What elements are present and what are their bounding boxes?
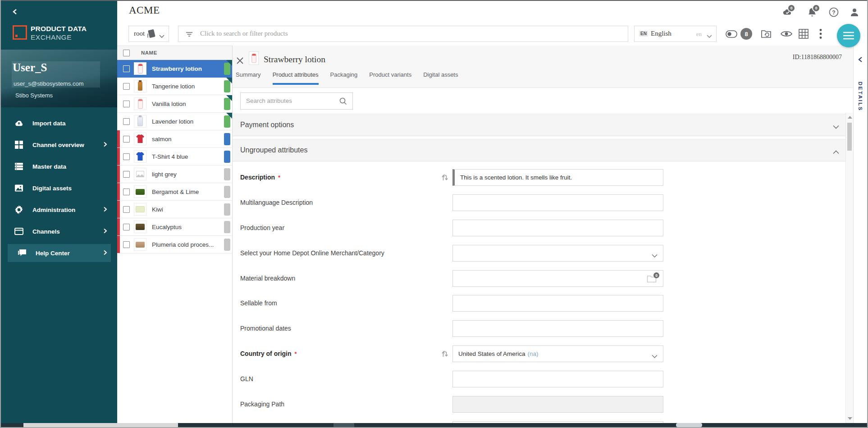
tab-product-variants[interactable]: Product variants [369, 71, 411, 83]
form-scrollbar[interactable] [845, 113, 853, 423]
product-row[interactable]: T-Shirt 4 blue [117, 148, 232, 166]
product-row[interactable]: Plumeria cold proces... [117, 236, 232, 253]
section-label: Ungrouped attributes [240, 146, 307, 154]
sidebar-item-administration[interactable]: Administration [1, 199, 117, 221]
product-search-input[interactable]: Click to search or filter products [178, 26, 628, 42]
attribute-search-input[interactable]: Search attributes [240, 92, 353, 110]
scrollbar-thumb[interactable] [23, 423, 178, 427]
folder-sync-icon[interactable] [761, 28, 772, 41]
attribute-label: Country of origin* [240, 350, 297, 357]
details-side-panel[interactable]: DETAILS [853, 46, 867, 423]
attribute-input[interactable] [452, 194, 663, 211]
detail-tabs: SummaryProduct attributesPackagingProduc… [236, 71, 458, 88]
attribute-select[interactable]: United States of America(na) [452, 345, 663, 362]
chevron-up-icon [833, 148, 839, 156]
product-thumbnail [134, 185, 146, 198]
sync-attribute-icon[interactable] [441, 174, 449, 182]
attribute-search-placeholder: Search attributes [246, 97, 292, 104]
scroll-down-arrow[interactable] [848, 417, 852, 420]
product-row[interactable]: light grey [117, 166, 232, 183]
brand-name-line1: PRODUCT DATA [31, 25, 87, 33]
attribute-label: GLN [240, 375, 253, 382]
attribute-input[interactable] [452, 320, 663, 337]
scrollbar-thumb[interactable] [847, 123, 852, 151]
product-row[interactable]: salmon [117, 130, 232, 148]
tab-summary[interactable]: Summary [236, 71, 261, 83]
attribute-input[interactable] [452, 396, 663, 413]
close-detail-icon[interactable] [236, 57, 244, 64]
toggle-view-icon[interactable] [726, 30, 737, 40]
row-checkbox[interactable] [123, 241, 130, 248]
tab-product-attributes[interactable]: Product attributes [273, 71, 319, 85]
product-thumbnail [134, 97, 146, 110]
product-id: ID:1181868800007 [793, 54, 842, 61]
sidebar-item-channel-overview[interactable]: Channel overview [1, 134, 117, 156]
sync-status-icon[interactable]: 0 [782, 7, 793, 19]
tab-packaging[interactable]: Packaging [330, 71, 358, 83]
preview-eye-icon[interactable] [781, 30, 792, 40]
product-name: Strawberry lotion [152, 65, 202, 72]
row-checkbox[interactable] [123, 153, 130, 160]
attribute-value: United States of America(na) [458, 350, 539, 357]
product-row[interactable]: Kiwi [117, 201, 232, 218]
attribute-input[interactable]: This is a scented lotion. It smells like… [452, 169, 663, 186]
attribute-input[interactable] [452, 295, 663, 312]
expand-details-icon[interactable] [858, 56, 863, 64]
product-thumbnail [134, 150, 146, 163]
attribute-select[interactable] [452, 245, 663, 262]
section-payment-options[interactable]: Payment options [233, 114, 845, 136]
product-row[interactable]: Eucalyptus [117, 218, 232, 236]
attribute-input[interactable] [452, 371, 663, 387]
main-menu-button[interactable] [837, 24, 860, 47]
sidebar-item-label: Administration [32, 207, 75, 213]
row-checkbox[interactable] [123, 171, 130, 178]
corner-marker [226, 113, 232, 119]
sidebar-item-help-center[interactable]: Help Center [1, 242, 117, 264]
help-icon[interactable]: ? [828, 7, 839, 19]
sidebar-item-label: Channels [32, 228, 60, 235]
tab-digital-assets[interactable]: Digital assets [423, 71, 458, 83]
sidebar-collapse-icon[interactable] [12, 8, 18, 17]
user-profile-icon[interactable] [849, 7, 860, 19]
section-ungrouped-attributes[interactable]: Ungrouped attributes [233, 139, 845, 161]
sidebar-item-import-data[interactable]: Import data [1, 112, 117, 134]
row-checkbox[interactable] [123, 65, 130, 72]
sidebar-item-channels[interactable]: Channels [1, 221, 117, 242]
row-checkbox[interactable] [123, 189, 130, 195]
status-chip-grey [224, 168, 230, 180]
flag-indicator [117, 148, 120, 165]
status-chip-blue [224, 151, 230, 163]
product-row[interactable]: Bergamot & Lime [117, 183, 232, 201]
row-checkbox[interactable] [123, 118, 130, 125]
attribute-label: Select your Home Depot Online Merchant/C… [240, 249, 384, 257]
row-checkbox[interactable] [123, 224, 130, 230]
notifications-badge: 0 [812, 4, 820, 12]
sidebar-item-master-data[interactable]: Master data [1, 156, 117, 177]
row-checkbox[interactable] [123, 136, 130, 143]
attribute-label: Multilanguage Description [240, 199, 313, 206]
sync-attribute-icon[interactable] [441, 350, 449, 358]
product-row[interactable]: Vanilla lotion [117, 95, 232, 113]
selected-count-badge[interactable]: 8 [740, 28, 752, 40]
sidebar-item-digital-assets[interactable]: Digital assets [1, 177, 117, 199]
hierarchy-selector[interactable]: root [128, 26, 169, 42]
product-row[interactable]: Strawberry lotion [117, 60, 232, 78]
select-all-checkbox[interactable] [123, 50, 130, 56]
attribute-input[interactable] [452, 220, 663, 236]
notifications-icon[interactable]: 0 [807, 7, 818, 19]
row-checkbox[interactable] [123, 206, 130, 213]
horizontal-scrollbar[interactable] [1, 423, 867, 427]
table-view-icon[interactable] [799, 29, 809, 41]
chevron-right-icon [103, 206, 107, 214]
more-options-icon[interactable] [819, 28, 822, 41]
row-checkbox[interactable] [123, 101, 130, 107]
scroll-up-arrow[interactable] [848, 116, 852, 119]
product-name: salmon [152, 136, 172, 143]
product-row[interactable]: Lavender lotion [117, 113, 232, 130]
flag-indicator [117, 236, 120, 253]
folder-icon[interactable]: 0 [647, 275, 657, 283]
row-checkbox[interactable] [123, 83, 130, 90]
language-selector[interactable]: EN English en [634, 26, 717, 42]
product-row[interactable]: Tangerine lotion [117, 78, 232, 95]
attribute-input[interactable]: 0 [452, 270, 663, 287]
